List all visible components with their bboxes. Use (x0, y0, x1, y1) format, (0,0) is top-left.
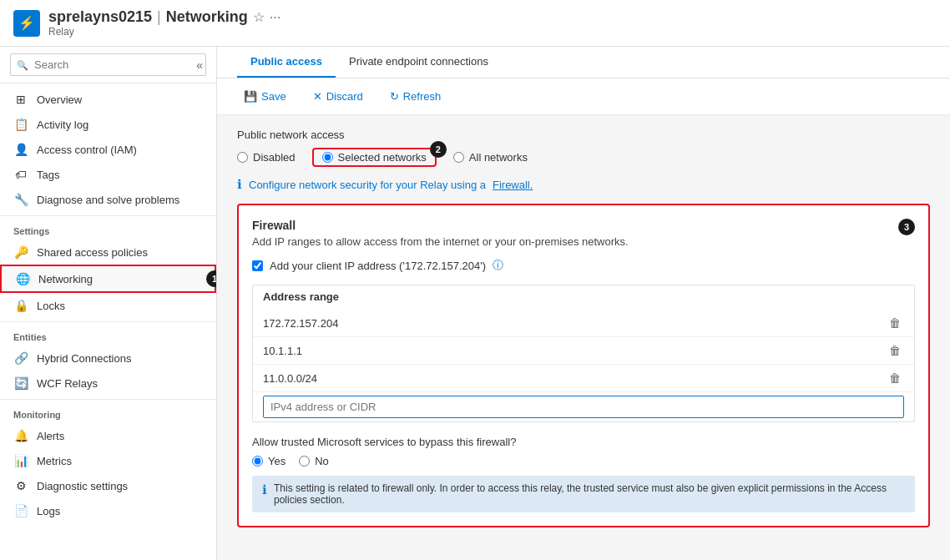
sidebar-item-hybrid-connections[interactable]: 🔗 Hybrid Connections (0, 346, 216, 371)
sidebar-item-tags[interactable]: 🏷 Tags (0, 162, 216, 187)
delete-address-1-button[interactable]: 🗑 (886, 315, 904, 331)
tab-private-endpoint[interactable]: Private endpoint connections (336, 47, 502, 78)
sidebar-item-shared-access[interactable]: 🔑 Shared access policies (0, 240, 216, 265)
resource-icon: ⚡ (13, 10, 40, 37)
selected-networks-label: Selected networks (338, 151, 427, 164)
selected-networks-option[interactable]: Selected networks (322, 151, 427, 164)
wcf-relays-icon: 🔄 (13, 376, 28, 390)
refresh-label: Refresh (403, 90, 442, 103)
tags-icon: 🏷 (13, 168, 28, 181)
sidebar-item-label: Metrics (37, 455, 72, 467)
sidebar-item-overview[interactable]: ⊞ Overview (0, 87, 216, 112)
sidebar-item-logs[interactable]: 📄 Logs (0, 498, 216, 523)
page-title: Networking (166, 8, 248, 26)
sidebar-collapse-button[interactable]: « (196, 58, 203, 72)
sidebar-item-metrics[interactable]: 📊 Metrics (0, 448, 216, 473)
hybrid-connections-icon: 🔗 (13, 351, 28, 365)
trusted-services-section: Allow trusted Microsoft services to bypa… (252, 436, 915, 467)
refresh-button[interactable]: ↻ Refresh (383, 87, 448, 106)
trusted-no-radio[interactable] (299, 456, 310, 467)
discard-icon: ✕ (313, 90, 322, 103)
sidebar-item-label: Diagnostic settings (37, 480, 128, 492)
sidebar-item-label: Tags (37, 169, 59, 181)
trusted-no-label: No (315, 455, 329, 467)
address-row: 10.1.1.1 🗑 (253, 337, 914, 365)
discard-button[interactable]: ✕ Discard (306, 87, 370, 106)
sidebar-item-label: Access control (IAM) (37, 144, 137, 156)
ip-address-input[interactable] (263, 396, 904, 418)
diagnostic-settings-icon: ⚙ (13, 479, 28, 492)
address-value-3: 11.0.0.0/24 (263, 372, 886, 385)
metrics-icon: 📊 (13, 454, 28, 467)
overview-icon: ⊞ (13, 93, 28, 106)
client-ip-label: Add your client IP address ('172.72.157.… (270, 260, 486, 272)
info-bottom-icon: ℹ (262, 482, 267, 497)
sidebar-item-wcf-relays[interactable]: 🔄 WCF Relays (0, 371, 216, 396)
disabled-label: Disabled (253, 151, 296, 164)
client-ip-checkbox[interactable] (252, 260, 263, 271)
diagnose-icon: 🔧 (13, 193, 28, 206)
more-options-button[interactable]: ··· (270, 10, 280, 25)
sidebar-item-label: Alerts (37, 430, 64, 442)
iam-icon: 👤 (13, 143, 28, 156)
info-bottom-text: This setting is related to firewall only… (274, 482, 905, 506)
trusted-yes-label: Yes (268, 455, 286, 467)
sidebar-item-label: Logs (37, 505, 60, 517)
sidebar-item-label: Overview (37, 93, 82, 106)
ip-input-row (253, 392, 914, 421)
networking-icon: 🌐 (15, 272, 30, 285)
sidebar-nav: ⊞ Overview 📋 Activity log 👤 Access contr… (0, 83, 216, 527)
all-networks-radio[interactable] (453, 152, 464, 163)
trusted-yes-radio[interactable] (252, 456, 263, 467)
firewall-description: Add IP ranges to allow access from the i… (252, 235, 915, 248)
disabled-radio[interactable] (237, 152, 248, 163)
search-input[interactable] (10, 53, 206, 76)
app-header: ⚡ sprelayns0215 | Networking ☆ ··· Relay (0, 0, 950, 47)
info-icon: ℹ (237, 177, 242, 192)
sidebar-item-diagnostic-settings[interactable]: ⚙ Diagnostic settings (0, 473, 216, 498)
trusted-services-label: Allow trusted Microsoft services to bypa… (252, 436, 915, 448)
step-badge-3: 3 (898, 219, 915, 235)
info-text: Configure network security for your Rela… (249, 179, 486, 191)
sidebar-item-alerts[interactable]: 🔔 Alerts (0, 423, 216, 448)
sidebar-item-diagnose[interactable]: 🔧 Diagnose and solve problems (0, 187, 216, 212)
save-button[interactable]: 💾 Save (237, 87, 293, 106)
settings-section-label: Settings (0, 215, 216, 240)
trusted-yes-option[interactable]: Yes (252, 455, 286, 467)
disabled-option[interactable]: Disabled (237, 151, 296, 164)
info-bar-bottom: ℹ This setting is related to firewall on… (252, 476, 915, 512)
logs-icon: 📄 (13, 504, 28, 517)
toolbar: 💾 Save ✕ Discard ↻ Refresh (217, 78, 950, 115)
address-row: 11.0.0.0/24 🗑 (253, 365, 914, 392)
favorite-button[interactable]: ☆ (253, 9, 265, 25)
info-circle-icon[interactable]: ⓘ (493, 258, 503, 273)
refresh-icon: ↻ (390, 90, 399, 103)
public-network-access-section: Public network access Disabled Selected … (237, 129, 930, 167)
sidebar-item-networking[interactable]: 🌐 Networking 1 (0, 265, 216, 293)
sidebar-item-activity-log[interactable]: 📋 Activity log (0, 112, 216, 137)
main-content: Public access Private endpoint connectio… (217, 47, 950, 560)
save-icon: 💾 (244, 90, 257, 103)
sidebar-item-locks[interactable]: 🔒 Locks (0, 293, 216, 318)
sidebar: « ⊞ Overview 📋 Activity log 👤 Access con… (0, 47, 217, 560)
tab-bar: Public access Private endpoint connectio… (237, 47, 930, 78)
selected-networks-radio[interactable] (322, 152, 333, 163)
step-badge-1: 1 (206, 270, 217, 287)
public-network-access-label: Public network access (237, 129, 930, 141)
firewall-section: 3 Firewall Add IP ranges to allow access… (237, 204, 930, 527)
trusted-no-option[interactable]: No (299, 455, 329, 467)
tab-public-access[interactable]: Public access (237, 47, 336, 78)
all-networks-option[interactable]: All networks (453, 151, 528, 164)
sidebar-item-label: Activity log (37, 119, 88, 131)
sidebar-item-label: Diagnose and solve problems (37, 194, 179, 206)
shared-access-icon: 🔑 (13, 245, 28, 259)
info-bar: ℹ Configure network security for your Re… (237, 177, 930, 192)
delete-address-2-button[interactable]: 🗑 (886, 342, 904, 359)
firewall-link[interactable]: Firewall. (493, 179, 533, 191)
entities-section-label: Entities (0, 321, 216, 346)
sidebar-item-access-control[interactable]: 👤 Access control (IAM) (0, 137, 216, 162)
delete-address-3-button[interactable]: 🗑 (886, 370, 904, 386)
sidebar-item-label: Hybrid Connections (37, 352, 131, 365)
sidebar-item-label: Locks (37, 300, 65, 312)
monitoring-section-label: Monitoring (0, 399, 216, 423)
